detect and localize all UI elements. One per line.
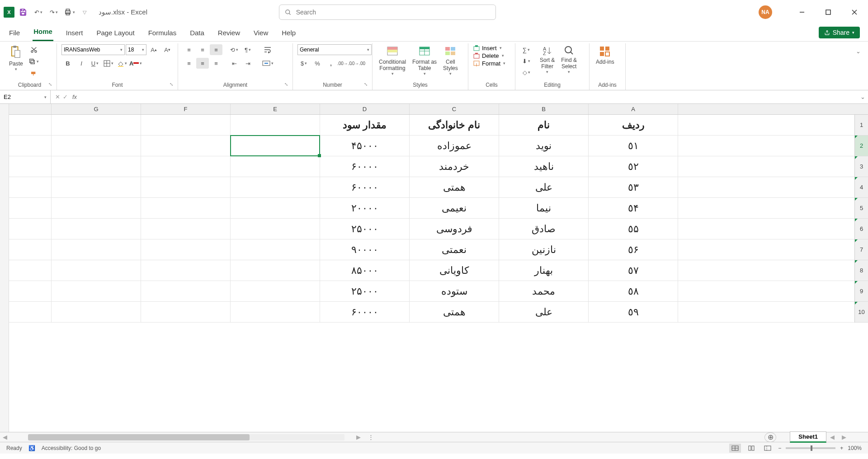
text-direction-button[interactable]: ¶▾	[241, 44, 254, 55]
clipboard-dialog-icon[interactable]: ⤡	[48, 82, 52, 87]
user-avatar[interactable]: NA	[759, 5, 772, 19]
cell-D10[interactable]: ۶۰۰۰۰	[320, 302, 410, 322]
cell-A2[interactable]: ٥١	[589, 136, 678, 156]
cell-B9[interactable]: محمد	[499, 281, 589, 301]
cancel-formula-icon[interactable]: ✕	[55, 94, 60, 100]
merge-center-button[interactable]: ▾	[261, 58, 274, 69]
cell-G7[interactable]	[52, 239, 141, 260]
col-header-B[interactable]: B	[499, 104, 589, 114]
number-dialog-icon[interactable]: ⤡	[364, 82, 368, 87]
row-header-3[interactable]: 3	[855, 156, 868, 177]
cell-B3[interactable]: ناهید	[499, 156, 589, 177]
row-header-6[interactable]: 6	[855, 219, 868, 239]
cell-E10[interactable]	[231, 302, 320, 322]
cell-E9[interactable]	[231, 281, 320, 301]
alignment-dialog-icon[interactable]: ⤡	[284, 82, 288, 87]
page-layout-view-button[interactable]	[745, 444, 757, 453]
cell-F10[interactable]	[141, 302, 231, 322]
tab-help[interactable]: Help	[281, 26, 297, 41]
sheet-tab-sheet1[interactable]: Sheet1	[790, 431, 826, 443]
cell-D4[interactable]: ۶۰۰۰۰	[320, 177, 410, 197]
border-button[interactable]: ▾	[102, 58, 115, 69]
orientation-button[interactable]: ⟲▾	[228, 44, 241, 55]
cell-B2[interactable]: نوید	[499, 136, 589, 156]
decrease-indent-button[interactable]: ⇤	[228, 58, 241, 69]
clear-button[interactable]: ◇▾	[520, 67, 533, 78]
cell-G9[interactable]	[52, 281, 141, 301]
wrap-text-button[interactable]	[261, 44, 274, 55]
col-header-G[interactable]: G	[52, 104, 141, 114]
cell-G3[interactable]	[52, 156, 141, 177]
tab-review[interactable]: Review	[217, 26, 241, 41]
autosum-button[interactable]: ∑▾	[520, 44, 533, 55]
cell-E7[interactable]	[231, 239, 320, 260]
zoom-in-button[interactable]: +	[840, 445, 843, 451]
scroll-right-button[interactable]: ▶	[354, 434, 363, 440]
search-input[interactable]	[296, 9, 490, 16]
scroll-left-button[interactable]: ◀	[0, 434, 10, 440]
enter-formula-icon[interactable]: ✓	[63, 94, 68, 100]
formula-input[interactable]	[80, 90, 857, 103]
zoom-out-button[interactable]: −	[778, 445, 781, 451]
format-painter-button[interactable]	[28, 68, 40, 79]
accessibility-icon[interactable]: ♿	[28, 445, 35, 451]
fx-icon[interactable]: fx	[72, 94, 80, 100]
cell-D5[interactable]: ۲۰۰۰۰	[320, 198, 410, 218]
cell-styles-button[interactable]: Cell Styles▾	[441, 44, 460, 77]
cell-A6[interactable]: ٥۵	[589, 219, 678, 239]
cell-B1[interactable]: نام	[499, 115, 589, 135]
increase-decimal-button[interactable]: .00→.0	[338, 58, 351, 69]
cell-C1[interactable]: نام خانوادگی	[410, 115, 499, 135]
cell-D8[interactable]: ۸۵۰۰۰	[320, 260, 410, 281]
cell-C4[interactable]: همتی	[410, 177, 499, 197]
scrollbar-thumb[interactable]	[28, 434, 250, 440]
underline-button[interactable]: U▾	[89, 58, 101, 69]
find-select-button[interactable]: Find & Select▾	[559, 44, 579, 75]
format-cells-button[interactable]: Format▾	[473, 60, 505, 67]
align-left-button[interactable]: ≡	[183, 58, 195, 69]
cell-C6[interactable]: فردوسی	[410, 219, 499, 239]
cell-E4[interactable]	[231, 177, 320, 197]
cell-C9[interactable]: ستوده	[410, 281, 499, 301]
zoom-level[interactable]: 100%	[848, 445, 862, 451]
cell-G2[interactable]	[52, 136, 141, 156]
normal-view-button[interactable]	[729, 444, 741, 453]
col-header-E[interactable]: E	[231, 104, 320, 114]
align-bottom-button[interactable]: ≡	[210, 44, 222, 55]
cell-D2[interactable]: ۴۵۰۰۰	[320, 136, 410, 156]
cell-E6[interactable]	[231, 219, 320, 239]
cell-A7[interactable]: ٥۶	[589, 239, 678, 260]
fill-color-button[interactable]: ▾	[116, 58, 128, 69]
cell-A9[interactable]: ٥٨	[589, 281, 678, 301]
tab-data[interactable]: Data	[189, 26, 205, 41]
left-scroll-gutter[interactable]	[0, 104, 9, 432]
name-box[interactable]: ▾	[0, 90, 51, 103]
cell-F6[interactable]	[141, 219, 231, 239]
insert-cells-button[interactable]: Insert▾	[473, 44, 502, 52]
cell-B10[interactable]: علی	[499, 302, 589, 322]
col-header-F[interactable]: F	[141, 104, 231, 114]
sheet-nav-next-button[interactable]: ▶	[838, 434, 850, 440]
cell-G1[interactable]	[52, 115, 141, 135]
increase-font-button[interactable]: A▴	[147, 44, 160, 55]
cell-E5[interactable]	[231, 198, 320, 218]
addins-button[interactable]: Add-ins	[594, 44, 616, 66]
cell-E3[interactable]	[231, 156, 320, 177]
cell-E8[interactable]	[231, 260, 320, 281]
align-middle-button[interactable]: ≡	[196, 44, 209, 55]
delete-cells-button[interactable]: Delete▾	[473, 52, 504, 59]
add-sheet-button[interactable]: ⊕	[764, 432, 776, 442]
cell-E1[interactable]	[231, 115, 320, 135]
accounting-format-button[interactable]: $▾	[297, 58, 310, 69]
copy-button[interactable]: ▾	[28, 56, 40, 67]
cell-A5[interactable]: ٥۴	[589, 198, 678, 218]
cell-B5[interactable]: نیما	[499, 198, 589, 218]
column-headers[interactable]: GFEDCBA	[9, 104, 868, 115]
tab-file[interactable]: File	[8, 26, 21, 41]
font-color-button[interactable]: A▾	[129, 58, 142, 69]
cell-D9[interactable]: ۲۵۰۰۰	[320, 281, 410, 301]
cell-C2[interactable]: عموزاده	[410, 136, 499, 156]
bold-button[interactable]: B	[61, 58, 74, 69]
col-header-C[interactable]: C	[410, 104, 499, 114]
cut-button[interactable]	[28, 44, 40, 55]
